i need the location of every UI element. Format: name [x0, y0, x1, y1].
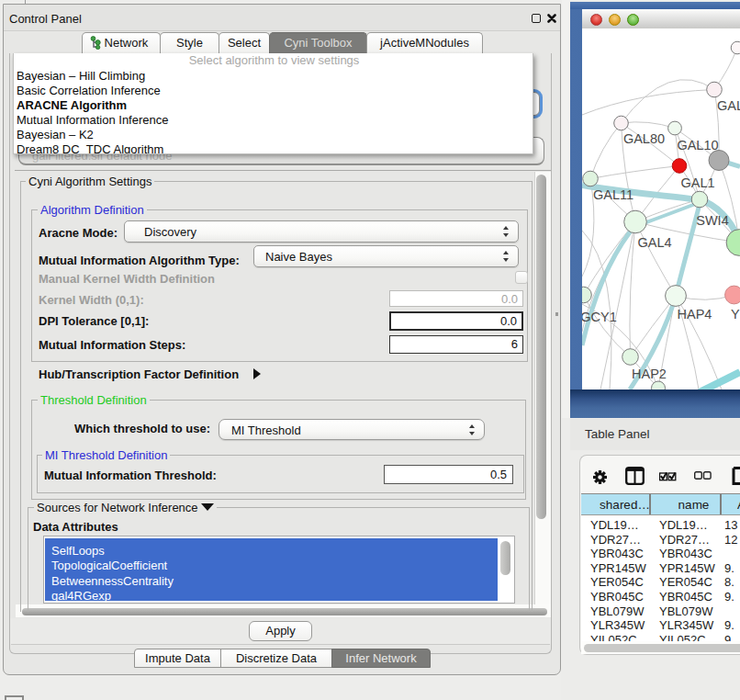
- svg-text:GAL80: GAL80: [623, 131, 665, 146]
- svg-text:YM: YM: [731, 307, 740, 322]
- svg-text:SWI4: SWI4: [696, 213, 728, 228]
- svg-text:GAL10: GAL10: [677, 138, 718, 152]
- svg-text:GCY1: GCY1: [582, 310, 617, 324]
- svg-text:HAP4: HAP4: [678, 307, 712, 322]
- svg-text:HAP2: HAP2: [632, 367, 667, 381]
- svg-text:GAL4: GAL4: [637, 235, 671, 250]
- svg-text:GAL11: GAL11: [593, 187, 633, 202]
- svg-text:GAL7: GAL7: [717, 98, 740, 113]
- svg-text:GAL1: GAL1: [680, 175, 714, 190]
